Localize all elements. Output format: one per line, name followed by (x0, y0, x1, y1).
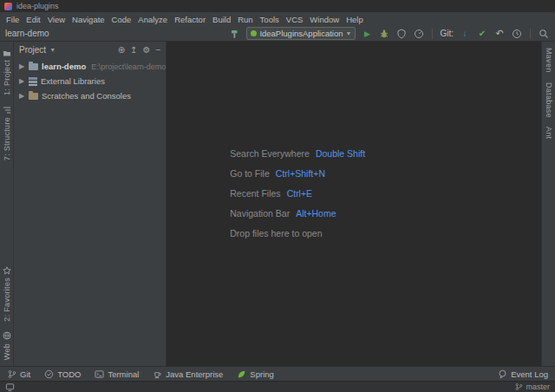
hint-shortcut: Double Shift (316, 148, 365, 159)
toolwindow-button-label: Web (3, 343, 11, 360)
hint-shortcut: Alt+Home (296, 208, 336, 219)
java-cup-icon (153, 369, 162, 379)
project-toolwindow-header: Project ▼ ⊕ ↥ ⚙ − (14, 42, 166, 58)
hint-shortcut: Ctrl+E (287, 188, 312, 199)
git-commit-icon[interactable]: ✔ (476, 28, 488, 40)
todo-icon (44, 369, 54, 379)
run-configuration-select[interactable]: IdeaPluginsApplication ▼ (246, 27, 356, 40)
structure-toolwindow-icon (2, 105, 11, 114)
menu-item-window[interactable]: Window (306, 15, 343, 24)
git-history-icon[interactable] (511, 28, 523, 40)
menu-item-analyze[interactable]: Analyze (134, 15, 171, 24)
tree-row-external-libraries[interactable]: ▶ External Libraries (14, 74, 166, 88)
toolwindow-button-web[interactable]: Web (2, 328, 11, 363)
git-branch-widget[interactable]: master (515, 382, 550, 391)
toolwindow-button-java-enterprise[interactable]: Java Enterprise (153, 369, 223, 379)
toolwindow-button-label: Terminal (108, 369, 139, 379)
toolwindow-button-project[interactable]: 1: Project (2, 44, 11, 99)
tree-row-scratches[interactable]: ▶ Scratches and Consoles (14, 88, 166, 103)
project-toolwindow: Project ▼ ⊕ ↥ ⚙ − ▶ learn-demo E:\projec… (14, 42, 166, 366)
right-tool-stripe: Maven Database Ant (541, 42, 555, 366)
status-bar: master (0, 381, 555, 392)
scratches-folder-icon (29, 93, 38, 100)
git-branch-icon (515, 382, 523, 391)
toolwindow-button-label: Ant (545, 127, 553, 139)
app-logo-icon (4, 3, 12, 10)
chevron-down-icon[interactable]: ▼ (49, 47, 56, 53)
toolwindow-switcher-icon[interactable] (5, 382, 15, 392)
tree-node-name: External Libraries (41, 76, 105, 86)
bottom-toolwindow-bar: Git TODO Terminal Java Enterprise Spring (0, 366, 555, 381)
toolwindow-button-label: Git (20, 369, 30, 379)
menu-item-tools[interactable]: Tools (257, 15, 283, 24)
debug-icon[interactable] (378, 28, 390, 40)
toolwindow-button-database[interactable]: Database (545, 79, 553, 121)
git-revert-icon[interactable]: ↶ (493, 28, 506, 40)
toolwindow-button-maven[interactable]: Maven (545, 44, 553, 76)
toolwindow-button-spring[interactable]: Spring (237, 369, 273, 379)
toolwindow-button-terminal[interactable]: Terminal (95, 369, 139, 379)
hint-shortcut: Ctrl+Shift+N (276, 168, 325, 179)
menu-item-run[interactable]: Run (234, 15, 256, 24)
tree-node-name: Scratches and Consoles (42, 91, 131, 101)
web-globe-icon (2, 331, 11, 341)
toolwindow-button-label: Database (545, 82, 553, 118)
hint-label: Recent Files (230, 188, 280, 199)
collapse-all-icon[interactable]: ↥ (130, 45, 137, 55)
project-view-title[interactable]: Project (19, 45, 46, 55)
tree-row-project-root[interactable]: ▶ learn-demo E:\project\learn-demo (14, 59, 166, 74)
git-branch-name: master (526, 382, 550, 391)
hint-row: Recent Files Ctrl+E (230, 183, 365, 203)
hint-row: Navigation Bar Alt+Home (230, 203, 365, 223)
git-actions-label: Git: (440, 29, 454, 38)
menu-item-build[interactable]: Build (209, 15, 234, 24)
run-configuration-value: IdeaPluginsApplication (259, 29, 343, 38)
menu-bar: File Edit View Navigate Code Analyze Ref… (0, 12, 555, 26)
menu-item-view[interactable]: View (44, 15, 69, 24)
toolwindow-button-label: 2: Favorites (3, 278, 11, 322)
menu-item-refactor[interactable]: Refactor (171, 15, 209, 24)
run-icon[interactable]: ▶ (361, 28, 373, 40)
toolwindow-button-label: 1: Project (3, 60, 11, 95)
git-update-icon[interactable]: ↓ (459, 28, 471, 40)
project-tree: ▶ learn-demo E:\project\learn-demo ▶ Ext… (14, 58, 166, 103)
menu-item-help[interactable]: Help (343, 15, 367, 24)
menu-item-navigate[interactable]: Navigate (69, 15, 108, 24)
event-log-button[interactable]: Event Log (498, 369, 548, 379)
toolbar-separator (432, 29, 433, 39)
menu-item-code[interactable]: Code (108, 15, 135, 24)
toolwindow-button-label: Spring (250, 369, 273, 379)
window-title: idea-plugins (16, 2, 59, 10)
toolwindow-button-favorites[interactable]: 2: Favorites (2, 262, 11, 325)
hide-toolwindow-icon[interactable]: − (155, 45, 160, 55)
spring-boot-icon (251, 30, 257, 36)
terminal-icon (95, 369, 104, 379)
coverage-shield-icon[interactable] (395, 28, 408, 40)
main-toolbar: learn-demo IdeaPluginsApplication ▼ ▶ Gi… (0, 26, 555, 42)
chevron-right-icon[interactable]: ▶ (19, 77, 25, 85)
menu-item-file[interactable]: File (3, 15, 23, 24)
toolwindow-button-label: TODO (57, 369, 81, 379)
settings-gear-icon[interactable]: ⚙ (142, 45, 150, 55)
ide-window: idea-plugins File Edit View Navigate Cod… (0, 0, 555, 392)
locate-file-icon[interactable]: ⊕ (118, 45, 125, 55)
toolwindow-button-ant[interactable]: Ant (545, 123, 553, 142)
profiler-icon[interactable] (413, 28, 425, 40)
toolwindow-button-structure[interactable]: 7: Structure (2, 101, 11, 164)
hint-label: Navigation Bar (230, 208, 290, 219)
build-hammer-icon[interactable] (229, 28, 241, 40)
search-everywhere-icon[interactable] (538, 28, 550, 40)
chevron-right-icon[interactable]: ▶ (19, 92, 25, 100)
toolwindow-button-label: 7: Structure (3, 117, 11, 160)
toolwindow-button-git[interactable]: Git (7, 369, 30, 379)
toolwindow-button-todo[interactable]: TODO (44, 369, 81, 379)
breadcrumb[interactable]: learn-demo (5, 29, 49, 38)
favorites-star-icon (2, 265, 11, 275)
tree-node-path: E:\project\learn-demo (91, 62, 166, 71)
hint-row: Drop files here to open (230, 223, 365, 243)
menu-item-vcs[interactable]: VCS (283, 15, 307, 24)
menu-item-edit[interactable]: Edit (23, 15, 43, 24)
toolwindow-button-label: Java Enterprise (166, 369, 223, 379)
folder-icon (29, 63, 38, 70)
chevron-right-icon[interactable]: ▶ (19, 62, 25, 70)
